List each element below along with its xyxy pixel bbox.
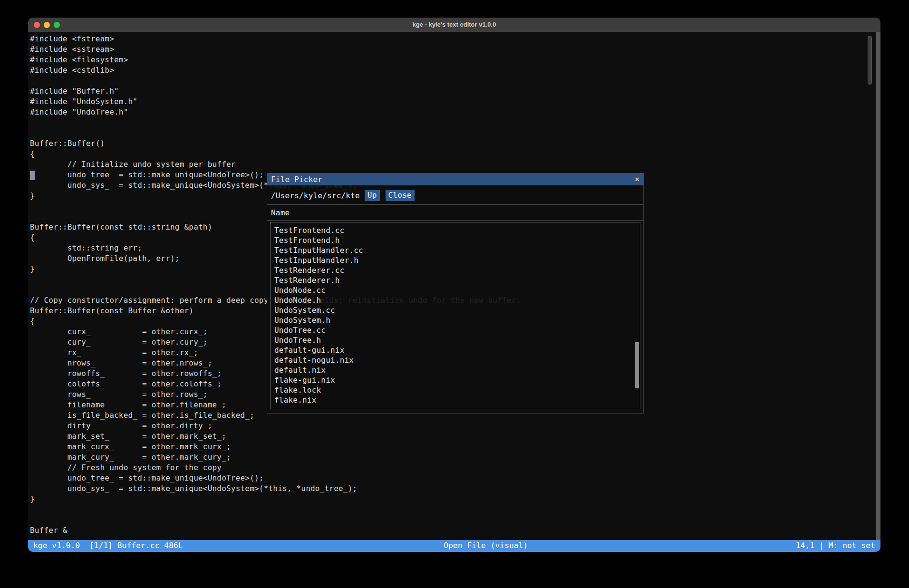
file-list-item[interactable]: default-gui.nix: [274, 346, 640, 356]
status-cursor-position: 14,1 | M: not set: [796, 541, 875, 550]
close-button[interactable]: Close: [386, 190, 415, 201]
code-line[interactable]: #include "UndoTree.h": [30, 107, 880, 118]
path-row: /Users/kyle/src/kte Up Close: [271, 190, 639, 201]
code-line[interactable]: [30, 128, 880, 139]
file-picker-titlebar[interactable]: File Picker ✕: [267, 173, 644, 185]
separator: [267, 220, 643, 221]
code-line[interactable]: [30, 118, 880, 128]
file-list-scrollbar-thumb[interactable]: [635, 342, 639, 388]
window-scrollbar-track[interactable]: [876, 32, 880, 540]
code-line[interactable]: // Fresh undo system for the copy: [30, 463, 880, 473]
file-list-item[interactable]: default.nix: [274, 366, 640, 376]
code-line[interactable]: [30, 505, 880, 515]
file-list-item[interactable]: UndoSystem.cc: [274, 306, 640, 316]
code-line[interactable]: mark_curx_ = other.mark_curx_;: [30, 442, 880, 453]
file-list[interactable]: TestFrontend.ccTestFrontend.hTestInputHa…: [270, 222, 640, 409]
file-list-item[interactable]: UndoSystem.h: [274, 316, 640, 326]
current-path: /Users/kyle/src/kte: [271, 191, 360, 200]
file-list-item[interactable]: flake-gui.nix: [274, 376, 640, 386]
file-list-item[interactable]: TestFrontend.cc: [274, 226, 640, 236]
editor-window: kge - kyle's text editor v1.0.0 #include…: [28, 18, 880, 552]
code-line[interactable]: Buffer::Buffer(): [30, 139, 880, 149]
code-line[interactable]: undo_sys_ = std::make_unique<UndoSystem>…: [30, 484, 880, 494]
code-line[interactable]: dirty_ = other.dirty_;: [30, 421, 880, 432]
text-cursor: [30, 171, 35, 180]
file-picker-dialog: File Picker ✕ /Users/kyle/src/kte Up Clo…: [267, 173, 644, 414]
file-list-item[interactable]: default-nogui.nix: [274, 356, 640, 366]
status-mode: Open File (visual): [444, 541, 528, 550]
code-line[interactable]: // Initialize undo system per buffer: [30, 160, 880, 170]
close-window-button[interactable]: [34, 22, 40, 28]
minimize-window-button[interactable]: [44, 22, 50, 28]
zoom-window-button[interactable]: [54, 22, 60, 28]
code-line[interactable]: [30, 76, 880, 87]
window-titlebar: kge - kyle's text editor v1.0.0: [28, 18, 880, 32]
code-line[interactable]: Buffer &: [30, 526, 880, 536]
window-title: kge - kyle's text editor v1.0.0: [28, 18, 880, 32]
code-line[interactable]: [30, 515, 880, 526]
file-picker-body: /Users/kyle/src/kte Up Close Name TestFr…: [267, 185, 644, 414]
code-line[interactable]: #include "UndoSystem.h": [30, 97, 880, 107]
editor-scrollbar-thumb[interactable]: [868, 36, 872, 85]
code-line[interactable]: #include <sstream>: [30, 45, 880, 55]
status-bar: kge v1.0.0 [1/1] Buffer.cc 486L Open Fil…: [28, 540, 880, 552]
file-list-item[interactable]: UndoTree.h: [274, 336, 640, 346]
code-line[interactable]: }: [30, 494, 880, 505]
code-line[interactable]: #include <filesystem>: [30, 55, 880, 66]
file-list-item[interactable]: TestFrontend.h: [274, 236, 640, 246]
up-button[interactable]: Up: [365, 190, 380, 201]
code-line[interactable]: mark_set_ = other.mark_set_;: [30, 432, 880, 442]
code-line[interactable]: undo_tree_ = std::make_unique<UndoTree>(…: [30, 473, 880, 484]
code-line[interactable]: {: [30, 149, 880, 160]
file-list-item[interactable]: TestRenderer.h: [274, 276, 640, 286]
status-file-info: kge v1.0.0 [1/1] Buffer.cc 486L: [33, 541, 183, 550]
traffic-lights: [34, 22, 60, 28]
file-list-item[interactable]: UndoNode.cc: [274, 286, 640, 296]
code-line[interactable]: #include <fstream>: [30, 34, 880, 45]
close-icon[interactable]: ✕: [635, 175, 639, 183]
file-list-item[interactable]: flake.nix: [274, 395, 640, 405]
file-list-item[interactable]: TestInputHandler.cc: [274, 246, 640, 256]
file-list-item[interactable]: UndoTree.cc: [274, 326, 640, 336]
file-list-item[interactable]: UndoNode.h: [274, 296, 640, 306]
file-list-item[interactable]: TestRenderer.cc: [274, 266, 640, 276]
file-picker-title: File Picker: [271, 175, 322, 184]
code-line[interactable]: mark_cury_ = other.mark_cury_;: [30, 453, 880, 463]
file-list-item[interactable]: flake.lock: [274, 386, 640, 395]
code-line[interactable]: #include "Buffer.h": [30, 87, 880, 97]
separator: [267, 204, 643, 205]
code-line[interactable]: #include <cstdlib>: [30, 66, 880, 76]
name-column-header: Name: [271, 208, 639, 217]
file-list-item[interactable]: TestInputHandler.h: [274, 256, 640, 266]
